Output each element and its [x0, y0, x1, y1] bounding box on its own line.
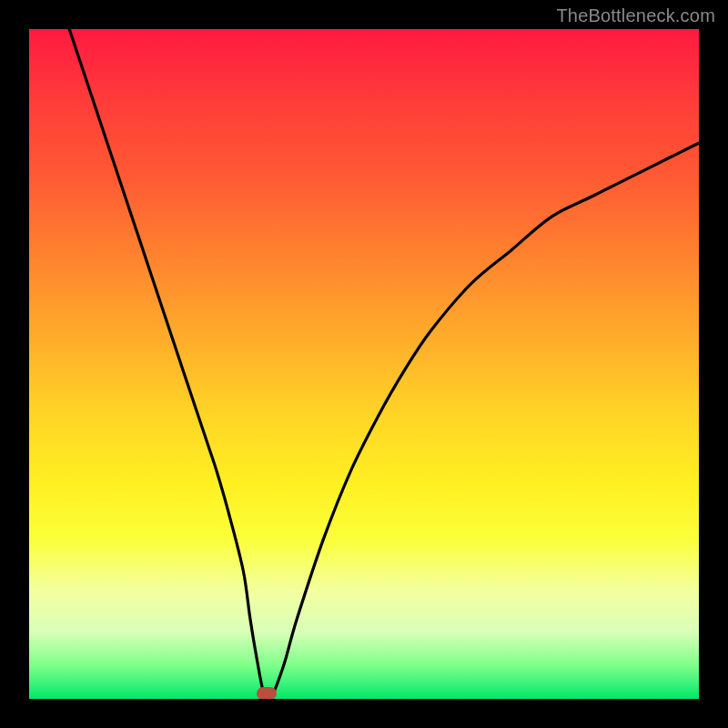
watermark-text: TheBottleneck.com — [556, 5, 715, 26]
plot-area — [29, 29, 699, 699]
bottleneck-curve — [29, 29, 699, 699]
chart-frame: TheBottleneck.com — [0, 0, 728, 728]
optimum-marker — [257, 687, 277, 699]
